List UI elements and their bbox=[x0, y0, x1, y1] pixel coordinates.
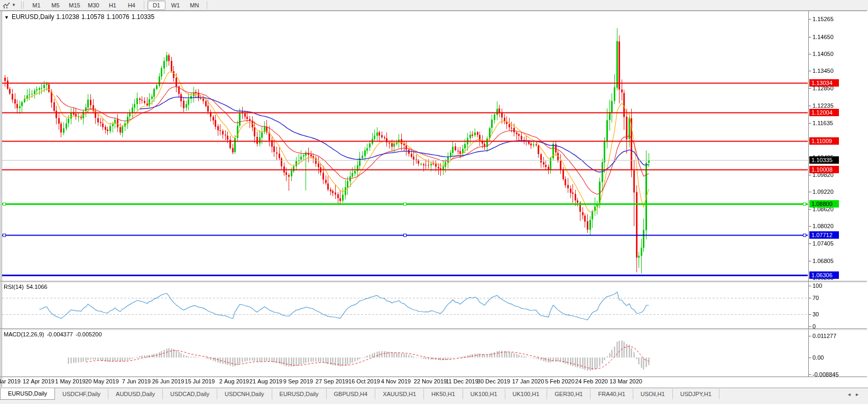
price-line-badge-1.11009: 1.11009 bbox=[809, 137, 839, 145]
rsi-name: RSI(14) bbox=[4, 284, 24, 290]
chart-tab-hk50-h1[interactable]: HK50,H1 bbox=[424, 389, 463, 399]
timeframe-button-m5[interactable]: M5 bbox=[47, 1, 64, 10]
chart-tab-xauusd-h1[interactable]: XAUUSD,H1 bbox=[375, 389, 424, 399]
timeframe-button-h4[interactable]: H4 bbox=[123, 1, 141, 10]
ohlc-close: 1.10335 bbox=[132, 13, 154, 21]
chevron-down-icon[interactable]: ▼ bbox=[12, 3, 16, 7]
timeframe-buttons-minor: M1M5M15M30H1H4 bbox=[27, 1, 141, 10]
rsi-value: 54.1066 bbox=[26, 284, 48, 290]
toolbar-grip[interactable] bbox=[21, 2, 24, 8]
chart-symbol-period: EURUSD,Daily bbox=[12, 13, 54, 21]
ohlc-low: 1.10076 bbox=[106, 13, 129, 21]
chart-tab-ger30-h1[interactable]: GER30,H1 bbox=[547, 389, 590, 399]
scroll-right-icon[interactable]: ▸ bbox=[856, 391, 864, 397]
timeframe-button-m1[interactable]: M1 bbox=[27, 1, 45, 10]
chart-tab-fra40-h1[interactable]: FRA40,H1 bbox=[590, 389, 633, 399]
timeframe-button-m30[interactable]: M30 bbox=[85, 1, 103, 10]
price-line-badge-1.12004: 1.12004 bbox=[809, 109, 839, 116]
chart-title: ▼EURUSD,Daily1.102381.105781.100761.1033… bbox=[4, 13, 156, 21]
chart-tab-usdchf-daily[interactable]: USDCHF,Daily bbox=[55, 389, 108, 399]
chart-tab-audusd-daily[interactable]: AUDUSD,Daily bbox=[108, 389, 163, 399]
timeframe-button-h1[interactable]: H1 bbox=[104, 1, 122, 10]
chart-tab-eurusd-daily[interactable]: EURUSD,Daily bbox=[272, 389, 327, 399]
toolbar-separator bbox=[207, 1, 207, 9]
macd-indicator-label: MACD(12,26,9)-0.004377-0.005200 bbox=[4, 331, 105, 337]
scroll-left-icon[interactable]: ◂ bbox=[848, 391, 856, 397]
price-chart-canvas[interactable] bbox=[0, 0, 868, 404]
ohlc-open: 1.10238 bbox=[57, 13, 79, 21]
chart-tab-uk100-h1[interactable]: UK100,H1 bbox=[463, 389, 505, 399]
chart-tab-bar: EURUSD,DailyUSDCHF,DailyAUDUSD,DailyUSDC… bbox=[0, 388, 868, 404]
price-line-badge-1.08800: 1.08800 bbox=[809, 200, 839, 208]
macd-main-value: -0.004377 bbox=[47, 331, 73, 337]
timeframe-toolbar: ▼ M1M5M15M30H1H4 D1W1MN bbox=[0, 0, 868, 11]
chart-tab-usdcnh-daily[interactable]: USDCNH,Daily bbox=[217, 389, 272, 399]
timeframe-button-m15[interactable]: M15 bbox=[66, 1, 84, 10]
timeframe-button-d1[interactable]: D1 bbox=[147, 1, 165, 10]
price-line-badge-1.07712: 1.07712 bbox=[809, 231, 839, 239]
trading-platform-window: ▼ M1M5M15M30H1H4 D1W1MN ▼EURUSD,Daily1.1… bbox=[0, 0, 868, 404]
rsi-indicator-label: RSI(14)54.1066 bbox=[4, 284, 50, 290]
price-line-badge-1.10335: 1.10335 bbox=[809, 156, 839, 164]
chart-tab-eurusd-daily[interactable]: EURUSD,Daily bbox=[0, 388, 55, 400]
timeframe-button-w1[interactable]: W1 bbox=[167, 1, 184, 10]
chart-tab-usoil-h1[interactable]: USOil,H1 bbox=[633, 389, 673, 399]
macd-signal-value: -0.005200 bbox=[76, 331, 102, 337]
collapse-quotes-icon[interactable]: ▼ bbox=[4, 15, 9, 20]
price-line-badge-1.06306: 1.06306 bbox=[809, 271, 839, 279]
chart-tab-usdjpy-h1[interactable]: USDJPY,H1 bbox=[673, 389, 719, 399]
toolbar-separator bbox=[144, 1, 144, 9]
tab-scroll-arrows[interactable]: ◂▸ bbox=[848, 391, 864, 397]
timeframe-button-mn[interactable]: MN bbox=[186, 1, 204, 10]
chart-cursor-icon[interactable] bbox=[1, 1, 12, 10]
chart-tab-gbpusd-h4[interactable]: GBPUSD,H4 bbox=[327, 389, 376, 399]
timeframe-buttons-major: D1W1MN bbox=[147, 1, 204, 10]
price-line-badge-1.10008: 1.10008 bbox=[809, 166, 839, 173]
macd-name: MACD(12,26,9) bbox=[4, 331, 44, 337]
chart-tab-uk100-h1[interactable]: UK100,H1 bbox=[505, 389, 548, 399]
ohlc-high: 1.10578 bbox=[81, 13, 104, 21]
chart-tab-usdcad-daily[interactable]: USDCAD,Daily bbox=[163, 389, 217, 399]
price-line-badge-1.13034: 1.13034 bbox=[809, 79, 839, 87]
